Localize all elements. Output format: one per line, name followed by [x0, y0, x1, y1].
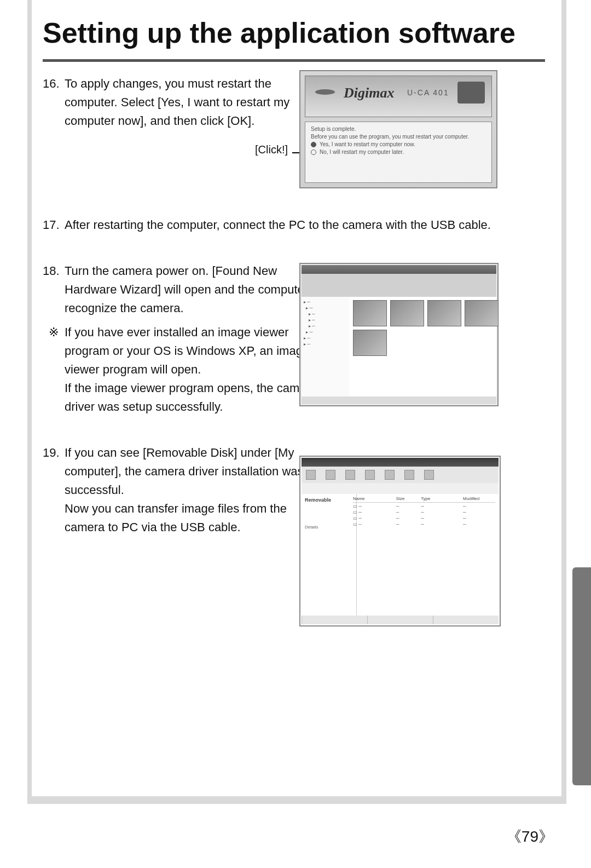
step-line: Hardware Wizard] will open and the compu… [65, 283, 328, 296]
step-line: After restarting the computer, connect t… [65, 218, 491, 232]
page-thumb-tab [572, 567, 591, 785]
page-title: Setting up the application software [43, 16, 545, 62]
camera-icon [457, 82, 485, 104]
list-item: ▭ ──── [353, 509, 495, 515]
step-number: 18. [43, 262, 65, 280]
col-name: Name [353, 496, 392, 501]
thumbnail [353, 330, 387, 356]
status-cell [302, 616, 367, 624]
left-bracket-icon: 《 [506, 828, 522, 845]
toolbar-icon [345, 470, 355, 480]
step-17-text: 17.After restarting the computer, connec… [43, 216, 535, 234]
window-titlebar [302, 458, 499, 467]
task-pane-title: Removable [305, 497, 353, 503]
step-number: 17. [43, 216, 65, 234]
note-mark-icon: ※ [43, 323, 65, 342]
toolbar-icon [326, 470, 335, 480]
step-line: successful. [65, 483, 124, 497]
status-cell [433, 616, 499, 624]
step-line: computer], the camera driver installatio… [65, 464, 304, 478]
radio-label: No, I will restart my computer later. [320, 148, 404, 156]
toolbar-icon [385, 470, 395, 480]
thumbnail-pane [350, 297, 496, 396]
step-number: 19. [43, 444, 65, 462]
window-toolbar [302, 467, 499, 483]
thumbnail [390, 300, 424, 326]
col-mod: Modified [463, 496, 495, 501]
file-list: Name Size Type Modified ▭ ──── ▭ ──── ▭ … [350, 494, 499, 616]
col-size: Size [396, 496, 416, 501]
radio-option: Yes, I want to restart my computer now. [311, 141, 486, 148]
page-number: 《79》 [506, 826, 554, 847]
toolbar-icon [306, 470, 316, 480]
folder-tree: ▸ ─ ▸ ─ ▸ ─ ▸ ─ ▸ ─ ▸ ─ ▸ ─ ▸ ─ [302, 297, 354, 396]
figure-installer-dialog: Digimax U-CA 401 Setup is complete. Befo… [299, 70, 497, 188]
status-bar [302, 396, 496, 404]
thumbnail [427, 300, 461, 326]
note-line: If the image viewer program opens, the c… [65, 381, 317, 395]
figure-image-viewer: ▸ ─ ▸ ─ ▸ ─ ▸ ─ ▸ ─ ▸ ─ ▸ ─ ▸ ─ [299, 263, 499, 406]
installer-body: Setup is complete. Before you can use th… [305, 122, 492, 183]
logo-icon [315, 89, 335, 95]
step-line: computer now], and then click [OK]. [65, 114, 254, 128]
thumbnail [353, 300, 387, 326]
step-line: recognize the camera. [65, 301, 184, 315]
note-line: If you have ever installed an image view… [65, 325, 289, 339]
task-pane: Removable Details [302, 494, 357, 616]
installer-line: Before you can use the program, you must… [311, 133, 486, 141]
installer-line: Setup is complete. [311, 125, 486, 133]
step-line: camera to PC via the USB cable. [65, 520, 241, 534]
step-line: Turn the camera power on. [Found New [65, 264, 277, 278]
manual-page: Setting up the application software 16.T… [0, 0, 591, 868]
note-line: viewer program will open. [65, 363, 201, 376]
content-card: Setting up the application software 16.T… [32, 0, 561, 796]
product-model: U-CA 401 [407, 88, 449, 97]
radio-icon [311, 142, 316, 147]
product-brand: Digimax [344, 85, 394, 101]
task-pane-section: Details [305, 525, 353, 530]
right-bracket-icon: 》 [538, 828, 554, 845]
radio-option: No, I will restart my computer later. [311, 148, 486, 156]
page-number-value: 79 [522, 828, 538, 845]
radio-icon [311, 150, 316, 155]
list-item: ▭ ──── [353, 521, 495, 527]
toolbar-icon [424, 470, 434, 480]
note-line: driver was setup successfully. [65, 400, 223, 413]
list-item: ▭ ──── [353, 503, 495, 509]
thumbnail [465, 300, 499, 326]
list-header: Name Size Type Modified [353, 496, 495, 503]
toolbar-icon [404, 470, 414, 480]
radio-label: Yes, I want to restart my computer now. [320, 141, 415, 148]
note-line: program or your OS is Windows XP, an ima… [65, 344, 309, 358]
step-line: To apply changes, you must restart the [65, 77, 271, 90]
list-item: ▭ ──── [353, 515, 495, 521]
explorer-body: Removable Details Name Size Type Modifie… [302, 494, 499, 616]
step-number: 16. [43, 74, 65, 93]
installer-banner: Digimax U-CA 401 [305, 76, 492, 117]
figure-explorer-window: Removable Details Name Size Type Modifie… [299, 456, 501, 626]
step-line: If you can see [Removable Disk] under [M… [65, 446, 294, 459]
window-toolbar [302, 274, 496, 297]
click-label: [Click!] [255, 143, 288, 156]
step-line: Now you can transfer image files from th… [65, 502, 287, 515]
window-titlebar [302, 265, 496, 274]
step-line: computer. Select [Yes, I want to restart… [65, 95, 289, 109]
toolbar-icon [365, 470, 375, 480]
status-cell [367, 616, 433, 624]
status-bar [302, 616, 499, 624]
col-type: Type [421, 496, 459, 501]
address-bar [302, 483, 499, 495]
